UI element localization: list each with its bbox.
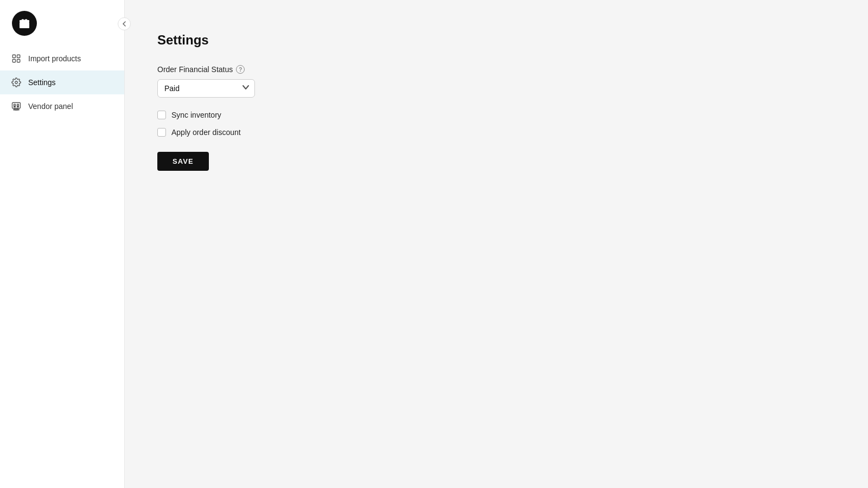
settings-icon <box>11 77 22 88</box>
sync-inventory-checkbox-item[interactable]: Sync inventory <box>157 111 835 119</box>
svg-rect-7 <box>12 102 21 108</box>
apply-order-discount-label: Apply order discount <box>171 128 241 137</box>
sidebar: Import products Settings Vendor panel <box>0 0 125 488</box>
apply-order-discount-checkbox-item[interactable]: Apply order discount <box>157 128 835 137</box>
sync-inventory-label: Sync inventory <box>171 111 221 119</box>
sidebar-item-label-vendor-panel: Vendor panel <box>28 102 73 111</box>
save-button[interactable]: SAVE <box>157 152 209 171</box>
sidebar-item-label-settings: Settings <box>28 78 56 87</box>
svg-rect-5 <box>12 60 15 62</box>
svg-rect-8 <box>14 104 16 106</box>
order-financial-status-select-wrapper: Paid Pending Refunded Voided <box>157 79 255 98</box>
page-title: Settings <box>157 33 835 48</box>
gift-icon <box>18 17 31 30</box>
sidebar-item-vendor-panel[interactable]: Vendor panel <box>0 94 124 118</box>
app-logo <box>12 11 37 36</box>
checkbox-group: Sync inventory Apply order discount <box>157 111 835 137</box>
chevron-left-icon <box>121 21 127 27</box>
collapse-sidebar-button[interactable] <box>118 17 131 30</box>
order-financial-status-label: Order Financial Status ? <box>157 65 835 74</box>
svg-rect-11 <box>17 107 19 107</box>
sidebar-item-settings[interactable]: Settings <box>0 70 124 94</box>
vendor-icon <box>11 101 22 112</box>
apply-order-discount-checkbox[interactable] <box>157 128 166 137</box>
svg-rect-13 <box>14 110 20 110</box>
sidebar-item-label-import-products: Import products <box>28 54 81 63</box>
svg-rect-3 <box>12 55 15 57</box>
sync-inventory-checkbox[interactable] <box>157 111 166 119</box>
package-icon <box>11 53 22 64</box>
svg-rect-10 <box>14 107 16 107</box>
svg-rect-4 <box>17 55 20 57</box>
sidebar-item-import-products[interactable]: Import products <box>0 47 124 70</box>
order-financial-status-help-icon[interactable]: ? <box>236 65 245 74</box>
main-content: Settings Order Financial Status ? Paid P… <box>125 0 868 488</box>
svg-rect-6 <box>17 60 20 62</box>
svg-rect-9 <box>17 104 19 106</box>
order-financial-status-select[interactable]: Paid Pending Refunded Voided <box>157 79 255 98</box>
